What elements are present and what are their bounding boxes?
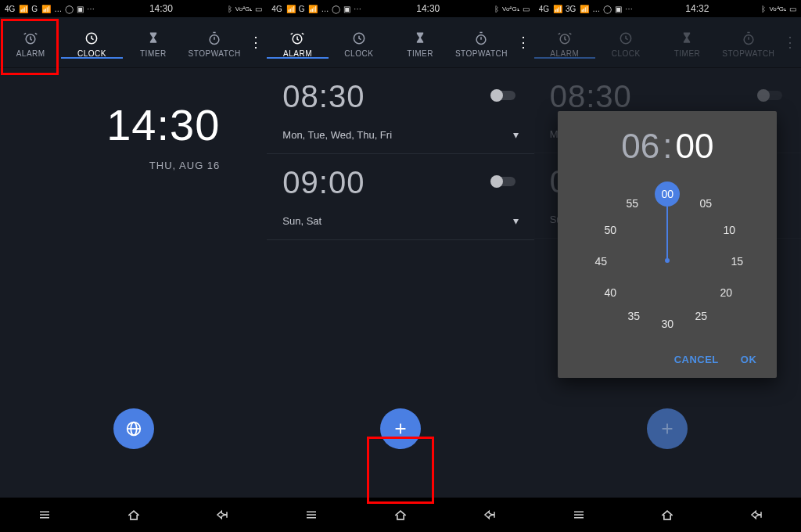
volte-icon: Vo⁴G₁	[769, 5, 786, 13]
more-dots-icon: ⋯	[354, 5, 361, 13]
tab-label: STOPWATCH	[722, 49, 774, 58]
battery-icon: ▭	[255, 5, 262, 13]
tab-bar: ALARM CLOCK TIMER STOPWATCH ⋮	[0, 17, 267, 68]
network-label: 4G	[271, 5, 282, 13]
ok-button[interactable]: OK	[741, 354, 757, 365]
clock-icon	[84, 31, 99, 46]
globe-icon	[125, 420, 142, 437]
minute-20[interactable]: 20	[715, 282, 737, 304]
alarm-days: Sun, Sat	[282, 215, 321, 227]
tab-clock[interactable]: CLOCK	[61, 27, 122, 58]
hourglass-icon	[412, 31, 428, 46]
minute-50[interactable]: 50	[599, 219, 621, 241]
tab-timer[interactable]: TIMER	[123, 27, 184, 58]
nav-home[interactable]	[657, 505, 677, 525]
nav-recents[interactable]	[569, 505, 589, 525]
tab-alarm[interactable]: ALARM	[267, 27, 328, 58]
stopwatch-icon	[473, 31, 489, 46]
alarm-item[interactable]: 09:00 Sun, Sat ▾	[267, 154, 533, 240]
clock-icon	[351, 31, 367, 46]
tab-alarm: ALARM	[534, 27, 595, 58]
stopwatch-icon	[741, 31, 756, 46]
overflow-menu[interactable]: ⋮	[512, 34, 534, 51]
cancel-button[interactable]: CANCEL	[674, 354, 719, 365]
hourglass-icon	[679, 31, 695, 46]
alarm-item[interactable]: 08:30 Mon, Tue, Wed, Thu, Fri ▾	[267, 68, 533, 154]
whatsapp-icon: ◯	[332, 5, 340, 13]
minute-55[interactable]: 55	[621, 192, 643, 214]
clock-face[interactable]: 00 05 10 15 20 25 30 35 40 45 50 55	[585, 178, 749, 343]
battery-icon: ▭	[789, 5, 796, 13]
current-time: 14:30	[0, 99, 267, 150]
nav-back[interactable]	[480, 505, 500, 525]
minute-25[interactable]: 25	[690, 305, 712, 327]
tab-clock[interactable]: CLOCK	[329, 27, 390, 58]
alarm-list: 08:30 Mon, Tue, Wed, Thu, Fri ▾ 09:00 Su…	[267, 68, 533, 498]
tab-label: CLOCK	[612, 49, 641, 58]
minute-45[interactable]: 45	[590, 250, 612, 272]
add-alarm-fab[interactable]	[380, 408, 421, 449]
statusbar-time: 14:30	[416, 3, 440, 14]
overflow-menu[interactable]: ⋮	[245, 34, 267, 51]
clock-icon	[618, 31, 634, 46]
dialog-scrim[interactable]: 06:00 00 05 10 15 20 25 30 35 40 45 50 5	[534, 68, 801, 498]
tab-stopwatch[interactable]: STOPWATCH	[184, 27, 245, 58]
nav-recents[interactable]	[34, 505, 55, 525]
nav-back[interactable]	[746, 505, 767, 525]
chevron-down-icon[interactable]: ▾	[513, 128, 519, 141]
tab-stopwatch: STOPWATCH	[718, 27, 779, 58]
minute-35[interactable]: 35	[623, 305, 645, 327]
nav-home[interactable]	[124, 505, 144, 525]
minute-10[interactable]: 10	[718, 219, 740, 241]
more-dots-icon: ⋯	[625, 5, 633, 13]
nav-home[interactable]	[390, 505, 411, 525]
world-clock-fab[interactable]	[113, 408, 154, 449]
signal-icon: 📶	[553, 5, 562, 13]
more-icon: …	[54, 5, 62, 13]
stopwatch-icon	[207, 31, 222, 46]
alarm-toggle[interactable]	[490, 88, 517, 102]
minute-05[interactable]: 05	[695, 192, 717, 214]
more-dots-icon: ⋯	[87, 5, 95, 13]
alarm-time: 08:30	[282, 79, 365, 113]
nav-recents[interactable]	[301, 505, 321, 525]
statusbar: 4G 📶 3G 📶 … ◯ ▣ ⋯ 14:32 ᛒ Vo⁴G₁ ▭	[534, 0, 801, 17]
clock-center-icon	[665, 258, 670, 263]
statusbar-time: 14:30	[149, 3, 173, 14]
more-icon: …	[592, 5, 600, 13]
tab-clock: CLOCK	[595, 27, 656, 58]
current-date: THU, AUG 16	[0, 160, 267, 171]
camera-icon: ▣	[77, 5, 84, 13]
chevron-down-icon[interactable]: ▾	[513, 214, 519, 227]
overflow-menu: ⋮	[779, 34, 801, 51]
signal-icon: 📶	[19, 5, 28, 13]
signal-icon: 📶	[286, 5, 296, 13]
picker-minute[interactable]: 00	[675, 127, 713, 165]
minute-30[interactable]: 30	[656, 313, 678, 335]
network-label: 4G	[5, 5, 15, 13]
alarm-icon	[557, 31, 573, 46]
screen-time-picker: 4G 📶 3G 📶 … ◯ ▣ ⋯ 14:32 ᛒ Vo⁴G₁ ▭ ALARM …	[534, 0, 801, 532]
sig-label: 3G	[566, 5, 576, 13]
picker-time-display: 06:00	[570, 127, 764, 166]
nav-back[interactable]	[212, 505, 232, 525]
statusbar: 4G 📶 G 📶 … ◯ ▣ ⋯ 14:30 ᛒ Vo⁴G₁ ▭	[0, 0, 267, 17]
selected-minute-knob[interactable]: 00	[655, 182, 680, 207]
whatsapp-icon: ◯	[603, 5, 612, 13]
minute-15[interactable]: 15	[726, 250, 748, 272]
alarm-toggle[interactable]	[490, 174, 517, 189]
minute-40[interactable]: 40	[599, 282, 621, 304]
tab-timer: TIMER	[656, 27, 717, 58]
tab-alarm[interactable]: ALARM	[0, 27, 61, 58]
sig-label: G	[299, 5, 305, 13]
hourglass-icon	[145, 31, 161, 46]
tab-timer[interactable]: TIMER	[390, 27, 451, 58]
more-icon: …	[321, 5, 329, 13]
volte-icon: Vo⁴G₁	[235, 5, 253, 13]
picker-hour[interactable]: 06	[621, 127, 659, 165]
tab-stopwatch[interactable]: STOPWATCH	[451, 27, 512, 58]
bluetooth-icon: ᛒ	[494, 5, 499, 13]
signal-icon-2: 📶	[308, 5, 318, 13]
signal-icon-2: 📶	[580, 5, 589, 13]
signal-icon-2: 📶	[41, 5, 51, 13]
